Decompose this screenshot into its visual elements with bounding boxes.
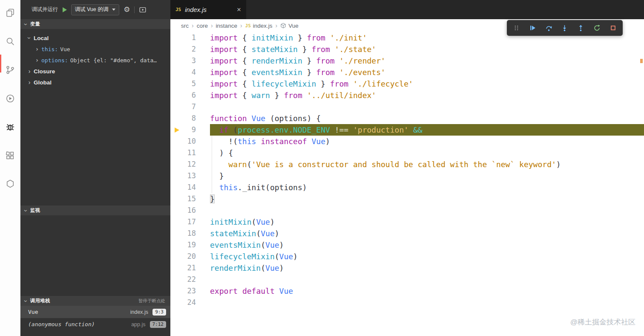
code-line[interactable]: 9 if (process.env.NODE_ENV !== 'producti…	[170, 124, 644, 136]
code-line-content[interactable]: ) {	[210, 147, 644, 159]
breadcrumb-item[interactable]: instance	[216, 23, 237, 29]
restart-button[interactable]	[591, 22, 603, 34]
line-number[interactable]: 23	[170, 285, 210, 297]
breadcrumb-item[interactable]: core	[197, 23, 208, 29]
code-line[interactable]: 3import { renderMixin } from './render'	[170, 55, 644, 67]
variables-section-header[interactable]: › 变量	[20, 19, 170, 29]
code-line-content[interactable]: import { stateMixin } from './state'	[210, 43, 644, 55]
line-number[interactable]: 5	[170, 78, 210, 90]
source-control-icon[interactable]	[5, 65, 15, 75]
line-number[interactable]: 7	[170, 101, 210, 113]
line-number[interactable]: 14	[170, 182, 210, 193]
code-line-content[interactable]: }	[210, 193, 644, 205]
code-line[interactable]: 22	[170, 274, 644, 285]
line-number[interactable]: 19	[170, 239, 210, 251]
code-line-content[interactable]: !(this instanceof Vue)	[210, 136, 644, 147]
code-line[interactable]: 19eventsMixin(Vue)	[170, 239, 644, 251]
code-line-content[interactable]: warn('Vue is a constructor and should be…	[210, 159, 644, 170]
line-number[interactable]: 6	[170, 90, 210, 101]
breadcrumb-item[interactable]: JSindex.js	[245, 23, 273, 29]
stop-button[interactable]	[607, 22, 619, 34]
line-number[interactable]: 1	[170, 32, 210, 43]
bug-icon[interactable]	[5, 122, 15, 132]
line-number[interactable]: 8	[170, 113, 210, 124]
line-number[interactable]: 11	[170, 147, 210, 159]
continue-button[interactable]	[527, 22, 539, 34]
code-line[interactable]: 10 !(this instanceof Vue)	[170, 136, 644, 147]
line-number[interactable]: 10	[170, 136, 210, 147]
code-line-content[interactable]: }	[210, 170, 644, 182]
line-number[interactable]: 22	[170, 274, 210, 285]
close-icon[interactable]: ×	[237, 6, 241, 13]
line-number[interactable]: 4	[170, 67, 210, 78]
line-number[interactable]: 17	[170, 216, 210, 228]
code-line[interactable]: 15}	[170, 193, 644, 205]
code-line[interactable]: 5import { lifecycleMixin } from './lifec…	[170, 78, 644, 90]
line-number[interactable]: 15	[170, 193, 210, 205]
step-out-button[interactable]	[575, 22, 587, 34]
code-line-content[interactable]: eventsMixin(Vue)	[210, 239, 644, 251]
gear-icon[interactable]: ⚙	[124, 6, 130, 13]
stack-frame[interactable]: Vueindex.js9:3	[20, 306, 170, 318]
code-line-content[interactable]: import { renderMixin } from './render'	[210, 55, 644, 67]
code-line-content[interactable]: import { eventsMixin } from './events'	[210, 67, 644, 78]
code-line[interactable]: 17initMixin(Vue)	[170, 216, 644, 228]
watch-section-header[interactable]: › 监视	[20, 206, 170, 215]
code-line[interactable]: 13 }	[170, 170, 644, 182]
code-line[interactable]: 11 ) {	[170, 147, 644, 159]
line-number[interactable]: 20	[170, 251, 210, 262]
search-icon[interactable]	[5, 36, 15, 46]
line-number[interactable]: 3	[170, 55, 210, 67]
code-line[interactable]: 14 this._init(options)	[170, 182, 644, 193]
step-into-button[interactable]	[559, 22, 571, 34]
code-line[interactable]: 2import { stateMixin } from './state'	[170, 43, 644, 55]
code-line[interactable]: 6import { warn } from '../util/index'	[170, 90, 644, 101]
code-line[interactable]: 7	[170, 101, 644, 113]
debug-config-dropdown[interactable]: 调试 Vue 的调	[71, 4, 120, 15]
tab-index-js[interactable]: JS index.js ×	[170, 0, 246, 19]
code-line-content[interactable]: import { warn } from '../util/index'	[210, 90, 644, 101]
run-debug-icon[interactable]	[5, 93, 15, 104]
line-number[interactable]: 13	[170, 170, 210, 182]
code-line-content[interactable]: export default Vue	[210, 285, 644, 297]
breadcrumb-item[interactable]: src	[181, 23, 189, 29]
code-line-content[interactable]	[210, 274, 644, 285]
code-line-content[interactable]	[210, 101, 644, 113]
package-icon[interactable]	[5, 179, 15, 189]
line-number[interactable]: 21	[170, 262, 210, 274]
code-line-content[interactable]: import { lifecycleMixin } from './lifecy…	[210, 78, 644, 90]
code-line-content[interactable]: if (process.env.NODE_ENV !== 'production…	[210, 124, 644, 136]
code-line[interactable]: 20lifecycleMixin(Vue)	[170, 251, 644, 262]
explorer-icon[interactable]	[5, 8, 15, 18]
variables-group[interactable]: ›Local	[20, 32, 170, 43]
debug-console-icon[interactable]	[139, 6, 147, 14]
code-line-content[interactable]	[210, 297, 644, 308]
variables-group[interactable]: ›Global	[20, 77, 170, 88]
stack-frame[interactable]: (anonymous function)app.js7:12	[20, 318, 170, 330]
code-line[interactable]: 16	[170, 205, 644, 216]
code-line[interactable]: 24	[170, 297, 644, 308]
code-line-content[interactable]: initMixin(Vue)	[210, 216, 644, 228]
code-line-content[interactable]: this._init(options)	[210, 182, 644, 193]
start-debug-button[interactable]	[63, 7, 67, 12]
code-line-content[interactable]: stateMixin(Vue)	[210, 228, 644, 239]
call-stack-section-header[interactable]: › 调用堆栈 暂停于断点处	[20, 296, 170, 306]
code-line[interactable]: 4import { eventsMixin } from './events'	[170, 67, 644, 78]
line-number[interactable]: 2	[170, 43, 210, 55]
variable-item[interactable]: ›options:Object {el: "#demo", data…	[20, 55, 170, 66]
line-number[interactable]: 18	[170, 228, 210, 239]
code-line[interactable]: 12 warn('Vue is a constructor and should…	[170, 159, 644, 170]
breadcrumb-item[interactable]: Vue	[280, 23, 299, 29]
line-number[interactable]: 9	[170, 124, 210, 136]
variables-group[interactable]: ›Closure	[20, 66, 170, 77]
code-line[interactable]: 8function Vue (options) {	[170, 113, 644, 124]
drag-handle-icon[interactable]	[511, 22, 523, 34]
code-line[interactable]: 21renderMixin(Vue)	[170, 262, 644, 274]
code-line[interactable]: 18stateMixin(Vue)	[170, 228, 644, 239]
line-number[interactable]: 24	[170, 297, 210, 308]
code-line-content[interactable]	[210, 205, 644, 216]
code-line[interactable]: 23export default Vue	[170, 285, 644, 297]
line-number[interactable]: 16	[170, 205, 210, 216]
code-line-content[interactable]: renderMixin(Vue)	[210, 262, 644, 274]
variable-item[interactable]: ›this:Vue	[20, 43, 170, 55]
